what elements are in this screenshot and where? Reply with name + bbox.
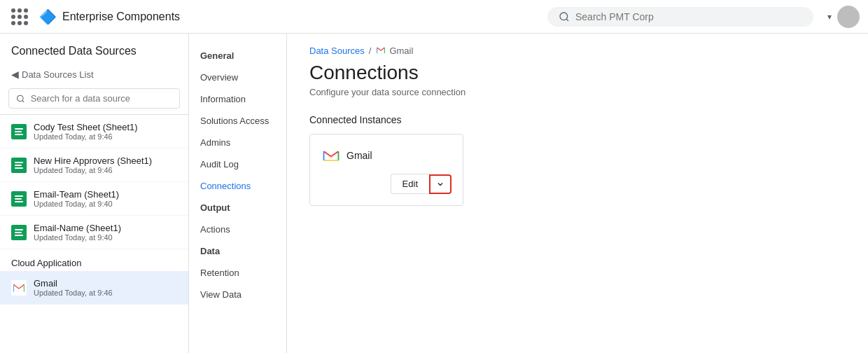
logo-icon: 🔷: [39, 8, 57, 25]
sidebar-item-gmail[interactable]: Gmail Updated Today, at 9:46: [0, 271, 188, 305]
connected-instances-title: Connected Instances: [309, 114, 846, 125]
back-link-label: Data Sources List: [22, 69, 94, 80]
item-name: Cody Test Sheet (Sheet1): [34, 122, 138, 132]
nav-item-retention[interactable]: Retention: [189, 262, 286, 284]
item-updated: Updated Today, at 9:46: [34, 132, 138, 141]
back-link[interactable]: ◀ Data Sources List: [0, 63, 188, 85]
sidebar-list: Cody Test Sheet (Sheet1) Updated Today, …: [0, 115, 188, 353]
svg-line-1: [566, 19, 568, 21]
general-label: General: [189, 45, 286, 67]
data-label: Data: [189, 240, 286, 262]
sidebar-item-text: New Hire Approvers (Sheet1) Updated Toda…: [34, 155, 152, 174]
main-content: Data Sources / Gmail Connections Configu…: [287, 34, 868, 353]
sheet-icon: [11, 191, 27, 207]
page-subtitle: Configure your data source connection: [309, 87, 846, 97]
gmail-icon: [11, 280, 27, 296]
page-title: Connections: [309, 62, 846, 84]
instance-card-actions: Edit: [321, 174, 451, 194]
instance-card-header: Gmail: [321, 146, 451, 165]
sidebar-item-text: Email-Name (Sheet1) Updated Today, at 9:…: [34, 223, 121, 242]
nav-item-overview[interactable]: Overview: [189, 67, 286, 88]
nav-item-actions[interactable]: Actions: [189, 219, 286, 240]
search-bar[interactable]: [547, 7, 813, 27]
avatar[interactable]: [837, 6, 860, 28]
sidebar-item-email-team[interactable]: Email-Team (Sheet1) Updated Today, at 9:…: [0, 182, 188, 216]
nav-item-solutions-access[interactable]: Solutions Access: [189, 110, 286, 132]
sidebar-item-email-name[interactable]: Email-Name (Sheet1) Updated Today, at 9:…: [0, 216, 188, 249]
breadcrumb: Data Sources / Gmail: [309, 34, 846, 62]
breadcrumb-current: Gmail: [389, 46, 413, 56]
item-name: Email-Name (Sheet1): [34, 223, 121, 233]
middle-nav: General Overview Information Solutions A…: [189, 34, 287, 353]
grid-dots: [11, 8, 28, 25]
nav-item-audit-log[interactable]: Audit Log: [189, 153, 286, 175]
item-updated: Updated Today, at 9:40: [34, 200, 119, 208]
datasource-search-input[interactable]: [31, 93, 172, 104]
svg-line-3: [22, 100, 24, 102]
breadcrumb-separator: /: [369, 46, 372, 56]
left-sidebar: Connected Data Sources ◀ Data Sources Li…: [0, 34, 189, 353]
sheet-icon: [11, 225, 27, 240]
sheet-icon: [11, 158, 27, 173]
item-updated: Updated Today, at 9:46: [34, 289, 113, 297]
sidebar-item-text: Cody Test Sheet (Sheet1) Updated Today, …: [34, 122, 138, 141]
nav-title: Enterprise Components: [62, 11, 180, 23]
sidebar-title: Connected Data Sources: [11, 45, 177, 57]
item-name: Gmail: [34, 278, 113, 289]
gmail-instance-icon: [321, 146, 341, 165]
nav-logo: 🔷 Enterprise Components: [39, 8, 180, 25]
search-icon: [559, 11, 570, 22]
item-updated: Updated Today, at 9:40: [34, 233, 121, 242]
back-arrow-icon: ◀: [11, 69, 19, 80]
item-name: Email-Team (Sheet1): [34, 189, 119, 200]
sidebar-item-text: Gmail Updated Today, at 9:46: [34, 278, 113, 297]
cloud-section-label: Cloud Application: [0, 249, 188, 271]
gmail-breadcrumb-icon: [375, 45, 386, 56]
nav-right: ▾: [827, 6, 860, 28]
nav-item-information[interactable]: Information: [189, 88, 286, 110]
breadcrumb-data-sources[interactable]: Data Sources: [309, 46, 365, 56]
instance-card: Gmail Edit: [309, 134, 463, 206]
nav-item-view-data[interactable]: View Data: [189, 284, 286, 305]
breadcrumb-gmail: Gmail: [375, 45, 413, 56]
sidebar-item-cody-test[interactable]: Cody Test Sheet (Sheet1) Updated Today, …: [0, 115, 188, 148]
datasource-search[interactable]: [8, 88, 180, 109]
sheet-icon: [11, 124, 27, 139]
output-label: Output: [189, 197, 286, 219]
instance-name: Gmail: [346, 150, 372, 161]
search-input[interactable]: [575, 11, 802, 22]
item-name: New Hire Approvers (Sheet1): [34, 155, 152, 166]
sidebar-item-new-hire[interactable]: New Hire Approvers (Sheet1) Updated Toda…: [0, 148, 188, 182]
svg-point-2: [18, 95, 23, 101]
nav-item-admins[interactable]: Admins: [189, 132, 286, 153]
svg-point-0: [560, 13, 568, 20]
dropdown-button[interactable]: [429, 174, 451, 194]
search-icon: [16, 94, 25, 104]
grid-icon[interactable]: [8, 6, 31, 28]
nav-item-connections[interactable]: Connections: [189, 175, 286, 197]
sidebar-header: Connected Data Sources: [0, 34, 188, 63]
body-layout: Connected Data Sources ◀ Data Sources Li…: [0, 34, 868, 353]
edit-button[interactable]: Edit: [391, 174, 429, 194]
item-updated: Updated Today, at 9:46: [34, 166, 152, 174]
chevron-down-icon[interactable]: ▾: [827, 12, 832, 22]
top-nav: 🔷 Enterprise Components ▾: [0, 0, 868, 34]
chevron-down-icon: [436, 180, 444, 188]
sidebar-item-text: Email-Team (Sheet1) Updated Today, at 9:…: [34, 189, 119, 208]
